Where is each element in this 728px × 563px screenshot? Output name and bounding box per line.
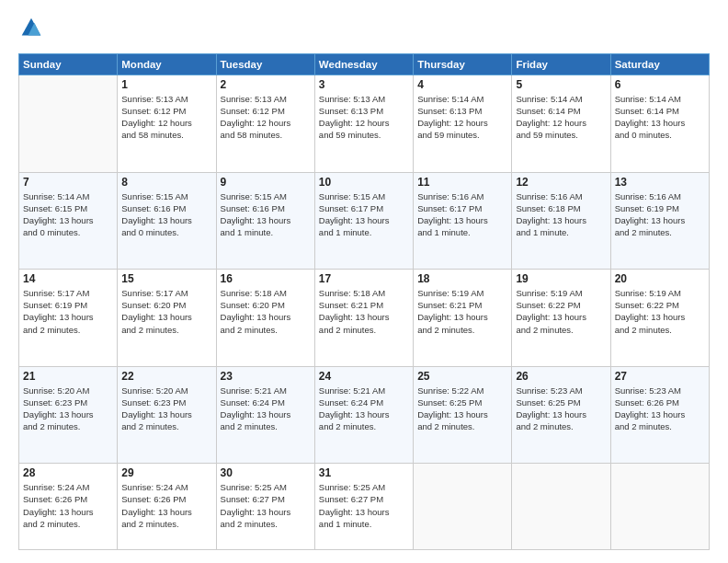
day-number: 9: [221, 176, 311, 189]
calendar-week-row: 7Sunrise: 5:14 AM Sunset: 6:15 PM Daylig…: [19, 172, 710, 270]
day-number: 23: [221, 370, 311, 383]
calendar-day-cell: 25Sunrise: 5:22 AM Sunset: 6:25 PM Dayli…: [414, 366, 512, 464]
calendar-day-cell: 21Sunrise: 5:20 AM Sunset: 6:23 PM Dayli…: [19, 366, 118, 464]
day-info: Sunrise: 5:19 AM Sunset: 6:22 PM Dayligh…: [516, 287, 606, 335]
day-info: Sunrise: 5:21 AM Sunset: 6:24 PM Dayligh…: [221, 385, 311, 432]
calendar-day-cell: 14Sunrise: 5:17 AM Sunset: 6:19 PM Dayli…: [19, 270, 118, 367]
calendar-day-cell: 20Sunrise: 5:19 AM Sunset: 6:22 PM Dayli…: [610, 270, 709, 367]
day-number: 3: [319, 78, 409, 91]
day-number: 13: [615, 176, 705, 189]
day-info: Sunrise: 5:23 AM Sunset: 6:26 PM Dayligh…: [615, 385, 705, 432]
calendar-day-cell: 19Sunrise: 5:19 AM Sunset: 6:22 PM Dayli…: [512, 270, 610, 367]
day-info: Sunrise: 5:19 AM Sunset: 6:22 PM Dayligh…: [615, 287, 705, 335]
calendar-header-row: SundayMondayTuesdayWednesdayThursdayFrid…: [19, 54, 710, 75]
day-info: Sunrise: 5:15 AM Sunset: 6:17 PM Dayligh…: [319, 190, 409, 238]
logo-icon: [20, 17, 42, 39]
calendar-day-cell: [19, 75, 118, 173]
calendar-day-cell: 6Sunrise: 5:14 AM Sunset: 6:14 PM Daylig…: [610, 75, 709, 173]
day-number: 29: [121, 466, 211, 479]
calendar-day-cell: 10Sunrise: 5:15 AM Sunset: 6:17 PM Dayli…: [314, 172, 413, 270]
calendar-day-cell: 2Sunrise: 5:13 AM Sunset: 6:12 PM Daylig…: [216, 75, 314, 173]
day-info: Sunrise: 5:14 AM Sunset: 6:15 PM Dayligh…: [23, 190, 113, 238]
day-number: 30: [221, 466, 311, 479]
calendar-day-cell: 30Sunrise: 5:25 AM Sunset: 6:27 PM Dayli…: [216, 464, 314, 550]
day-info: Sunrise: 5:18 AM Sunset: 6:20 PM Dayligh…: [221, 287, 311, 335]
calendar-day-cell: 7Sunrise: 5:14 AM Sunset: 6:15 PM Daylig…: [19, 172, 118, 270]
calendar-week-row: 1Sunrise: 5:13 AM Sunset: 6:12 PM Daylig…: [19, 75, 710, 173]
calendar-header-friday: Friday: [512, 54, 610, 75]
day-info: Sunrise: 5:14 AM Sunset: 6:14 PM Dayligh…: [516, 93, 606, 141]
day-info: Sunrise: 5:14 AM Sunset: 6:13 PM Dayligh…: [417, 93, 507, 141]
calendar-day-cell: [512, 464, 610, 550]
day-number: 1: [121, 78, 211, 91]
calendar-day-cell: 3Sunrise: 5:13 AM Sunset: 6:13 PM Daylig…: [314, 75, 413, 173]
calendar-day-cell: 22Sunrise: 5:20 AM Sunset: 6:23 PM Dayli…: [118, 366, 216, 464]
day-number: 7: [23, 176, 113, 189]
calendar-day-cell: 29Sunrise: 5:24 AM Sunset: 6:26 PM Dayli…: [118, 464, 216, 550]
day-number: 10: [319, 176, 409, 189]
header: [18, 17, 710, 42]
day-info: Sunrise: 5:13 AM Sunset: 6:12 PM Dayligh…: [121, 93, 211, 141]
day-info: Sunrise: 5:14 AM Sunset: 6:14 PM Dayligh…: [615, 93, 705, 141]
calendar-header-thursday: Thursday: [414, 54, 512, 75]
day-info: Sunrise: 5:17 AM Sunset: 6:20 PM Dayligh…: [121, 287, 211, 335]
day-number: 19: [516, 272, 606, 285]
day-info: Sunrise: 5:15 AM Sunset: 6:16 PM Dayligh…: [121, 190, 211, 238]
calendar-header-tuesday: Tuesday: [216, 54, 314, 75]
calendar-day-cell: 17Sunrise: 5:18 AM Sunset: 6:21 PM Dayli…: [314, 270, 413, 367]
calendar-day-cell: 31Sunrise: 5:25 AM Sunset: 6:27 PM Dayli…: [314, 464, 413, 550]
calendar-day-cell: 18Sunrise: 5:19 AM Sunset: 6:21 PM Dayli…: [414, 270, 512, 367]
day-info: Sunrise: 5:13 AM Sunset: 6:12 PM Dayligh…: [221, 93, 311, 141]
day-number: 11: [417, 176, 507, 189]
day-number: 16: [221, 272, 311, 285]
day-info: Sunrise: 5:16 AM Sunset: 6:19 PM Dayligh…: [615, 190, 705, 238]
logo: [18, 17, 46, 42]
day-info: Sunrise: 5:15 AM Sunset: 6:16 PM Dayligh…: [221, 190, 311, 238]
calendar-day-cell: 4Sunrise: 5:14 AM Sunset: 6:13 PM Daylig…: [414, 75, 512, 173]
page: SundayMondayTuesdayWednesdayThursdayFrid…: [0, 0, 728, 563]
day-number: 6: [615, 78, 705, 91]
day-number: 28: [23, 466, 113, 479]
calendar-week-row: 14Sunrise: 5:17 AM Sunset: 6:19 PM Dayli…: [19, 270, 710, 367]
calendar-header-saturday: Saturday: [610, 54, 709, 75]
day-info: Sunrise: 5:24 AM Sunset: 6:26 PM Dayligh…: [121, 481, 211, 529]
day-number: 18: [417, 272, 507, 285]
calendar-table: SundayMondayTuesdayWednesdayThursdayFrid…: [18, 53, 710, 550]
calendar-day-cell: [414, 464, 512, 550]
day-info: Sunrise: 5:22 AM Sunset: 6:25 PM Dayligh…: [417, 385, 507, 432]
day-info: Sunrise: 5:21 AM Sunset: 6:24 PM Dayligh…: [319, 385, 409, 432]
calendar-day-cell: 26Sunrise: 5:23 AM Sunset: 6:25 PM Dayli…: [512, 366, 610, 464]
calendar-day-cell: 12Sunrise: 5:16 AM Sunset: 6:18 PM Dayli…: [512, 172, 610, 270]
day-info: Sunrise: 5:25 AM Sunset: 6:27 PM Dayligh…: [319, 481, 409, 529]
calendar-week-row: 28Sunrise: 5:24 AM Sunset: 6:26 PM Dayli…: [19, 464, 710, 550]
day-number: 27: [615, 370, 705, 383]
day-number: 12: [516, 176, 606, 189]
calendar-header-wednesday: Wednesday: [314, 54, 413, 75]
day-number: 21: [23, 370, 113, 383]
calendar-day-cell: 24Sunrise: 5:21 AM Sunset: 6:24 PM Dayli…: [314, 366, 413, 464]
day-info: Sunrise: 5:18 AM Sunset: 6:21 PM Dayligh…: [319, 287, 409, 335]
day-info: Sunrise: 5:23 AM Sunset: 6:25 PM Dayligh…: [516, 385, 606, 432]
day-number: 2: [221, 78, 311, 91]
calendar-day-cell: 9Sunrise: 5:15 AM Sunset: 6:16 PM Daylig…: [216, 172, 314, 270]
day-number: 5: [516, 78, 606, 91]
day-info: Sunrise: 5:20 AM Sunset: 6:23 PM Dayligh…: [23, 385, 113, 432]
day-number: 25: [417, 370, 507, 383]
calendar-day-cell: 28Sunrise: 5:24 AM Sunset: 6:26 PM Dayli…: [19, 464, 118, 550]
day-info: Sunrise: 5:24 AM Sunset: 6:26 PM Dayligh…: [23, 481, 113, 529]
calendar-week-row: 21Sunrise: 5:20 AM Sunset: 6:23 PM Dayli…: [19, 366, 710, 464]
calendar-header-monday: Monday: [118, 54, 216, 75]
day-number: 24: [319, 370, 409, 383]
day-info: Sunrise: 5:20 AM Sunset: 6:23 PM Dayligh…: [121, 385, 211, 432]
calendar-day-cell: 1Sunrise: 5:13 AM Sunset: 6:12 PM Daylig…: [118, 75, 216, 173]
day-number: 31: [319, 466, 409, 479]
day-number: 22: [121, 370, 211, 383]
day-info: Sunrise: 5:13 AM Sunset: 6:13 PM Dayligh…: [319, 93, 409, 141]
calendar-day-cell: 11Sunrise: 5:16 AM Sunset: 6:17 PM Dayli…: [414, 172, 512, 270]
calendar-day-cell: 16Sunrise: 5:18 AM Sunset: 6:20 PM Dayli…: [216, 270, 314, 367]
calendar-header-sunday: Sunday: [19, 54, 118, 75]
calendar-day-cell: 27Sunrise: 5:23 AM Sunset: 6:26 PM Dayli…: [610, 366, 709, 464]
day-number: 17: [319, 272, 409, 285]
day-number: 4: [417, 78, 507, 91]
day-number: 26: [516, 370, 606, 383]
